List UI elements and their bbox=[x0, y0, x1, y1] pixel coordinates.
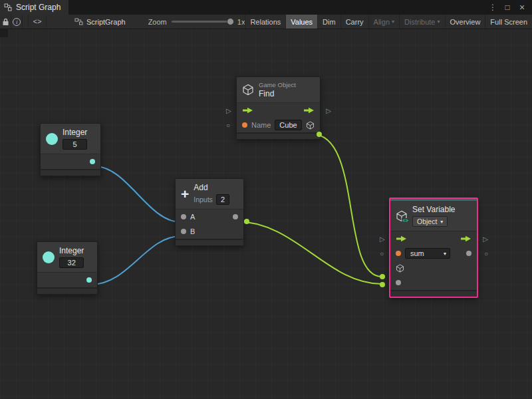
wire-endpoint-add-out[interactable] bbox=[244, 219, 249, 224]
overview-button[interactable]: Overview bbox=[445, 15, 485, 29]
find-name-input-port[interactable] bbox=[242, 122, 247, 128]
lock-button[interactable] bbox=[0, 15, 11, 29]
triangle-port-icon[interactable]: ▷ bbox=[380, 235, 385, 243]
zoom-slider[interactable] bbox=[172, 21, 233, 23]
add-input-a-label: A bbox=[190, 213, 195, 221]
flow-out-arrow-icon[interactable] bbox=[460, 235, 471, 242]
object-input-port-icon[interactable] bbox=[396, 264, 404, 273]
node-footer bbox=[237, 132, 320, 139]
flow-in-arrow-icon[interactable] bbox=[242, 107, 253, 114]
relations-button[interactable]: Relations bbox=[245, 15, 285, 29]
zoom-slider-handle[interactable] bbox=[227, 18, 234, 25]
integer-output-port[interactable] bbox=[90, 159, 95, 164]
add-input-a-port[interactable] bbox=[181, 214, 186, 219]
zoom-value: 1x bbox=[237, 18, 245, 26]
menu-dots-icon[interactable]: ⋮ bbox=[487, 1, 499, 13]
triangle-port-icon[interactable]: ▷ bbox=[326, 107, 331, 114]
gameobject-output-port-icon[interactable] bbox=[306, 121, 315, 130]
add-input-b-port[interactable] bbox=[181, 229, 186, 234]
fullscreen-label: Full Screen bbox=[490, 18, 527, 26]
triangle-port-icon[interactable]: ▷ bbox=[483, 235, 488, 243]
variable-name-dropdown[interactable]: sum ▾ bbox=[405, 248, 450, 259]
node-title: Integer bbox=[59, 246, 84, 255]
circle-port-icon[interactable]: ○ bbox=[226, 122, 230, 129]
info-button[interactable]: i bbox=[11, 15, 23, 29]
code-badge: <> bbox=[402, 218, 409, 223]
variable-output-port[interactable] bbox=[466, 251, 471, 256]
maximize-icon[interactable]: □ bbox=[501, 1, 513, 13]
flow-in-arrow-icon[interactable] bbox=[396, 235, 407, 242]
node-set-variable[interactable]: <> Set Variable Object ▾ ▷ bbox=[389, 198, 478, 298]
dim-label: Dim bbox=[323, 18, 336, 26]
tab-script-graph[interactable]: Script Graph bbox=[0, 0, 68, 15]
integer-value-field[interactable]: 5 bbox=[63, 139, 87, 150]
lock-icon bbox=[2, 18, 9, 26]
node-footer bbox=[176, 239, 243, 245]
values-button[interactable]: Values bbox=[285, 15, 317, 29]
chevron-down-icon: ▾ bbox=[444, 251, 446, 257]
carry-button[interactable]: Carry bbox=[340, 15, 368, 29]
values-label: Values bbox=[291, 18, 313, 26]
wire-endpoint-find-out[interactable] bbox=[317, 132, 322, 137]
node-integer-b-header: Integer 32 bbox=[37, 242, 97, 272]
chevron-down-icon: ▾ bbox=[440, 219, 443, 225]
wire-endpoint-setvariable-value[interactable] bbox=[380, 282, 385, 287]
plus-icon: + bbox=[181, 188, 189, 201]
breadcrumb-label: ScriptGraph bbox=[86, 18, 126, 26]
breadcrumb[interactable]: ScriptGraph bbox=[69, 15, 131, 29]
node-title: Set Variable bbox=[412, 205, 455, 214]
node-add[interactable]: + Add Inputs 2 A B bbox=[175, 178, 244, 246]
node-title: Find bbox=[259, 89, 296, 98]
close-icon[interactable]: × bbox=[516, 1, 528, 13]
node-integer-b[interactable]: Integer 32 bbox=[37, 241, 98, 295]
add-output-port[interactable] bbox=[233, 214, 238, 219]
scriptgraph-icon bbox=[74, 18, 83, 25]
find-name-field[interactable]: Cube bbox=[275, 120, 301, 130]
graph-canvas[interactable]: Integer 5 Integer 32 bbox=[0, 29, 532, 399]
relations-label: Relations bbox=[250, 18, 281, 26]
edit-source-button[interactable]: <> bbox=[28, 15, 47, 29]
variable-name-label: sum bbox=[410, 249, 424, 257]
info-icon: i bbox=[13, 18, 21, 26]
integer-type-icon bbox=[43, 251, 55, 263]
code-icon: <> bbox=[33, 18, 41, 26]
graph-window-icon bbox=[4, 3, 12, 11]
node-title: Add bbox=[194, 183, 229, 192]
overview-label: Overview bbox=[450, 18, 481, 26]
chevron-down-icon: ▾ bbox=[438, 19, 440, 25]
wire-find-to-setvariable[interactable] bbox=[313, 134, 382, 277]
window-controls: ⋮ □ × bbox=[487, 0, 532, 15]
align-button[interactable]: Align▾ bbox=[368, 15, 399, 29]
node-title: Integer bbox=[63, 128, 87, 137]
circle-port-icon[interactable]: ○ bbox=[484, 250, 488, 257]
value-input-port[interactable] bbox=[396, 280, 401, 285]
inputs-count-field[interactable]: 2 bbox=[216, 194, 229, 205]
flow-out-arrow-icon[interactable] bbox=[303, 107, 315, 114]
script-graph-window: Script Graph ⋮ □ × i <> ScriptGraph Zoom bbox=[0, 0, 532, 399]
wire-endpoint-setvariable-object[interactable] bbox=[380, 274, 385, 279]
variable-name-input-port[interactable] bbox=[396, 251, 401, 256]
toolbar-buttons: Relations Values Dim Carry Align▾ Distri… bbox=[245, 15, 532, 29]
dim-button[interactable]: Dim bbox=[317, 15, 340, 29]
chevron-down-icon: ▾ bbox=[392, 19, 394, 25]
wire-integer32-to-add-b[interactable] bbox=[91, 236, 181, 285]
integer-output-port[interactable] bbox=[86, 277, 92, 283]
title-bar: Script Graph ⋮ □ × bbox=[0, 0, 532, 15]
integer-value-field[interactable]: 32 bbox=[59, 257, 84, 268]
node-find-header: Game Object Find bbox=[237, 77, 320, 102]
fullscreen-button[interactable]: Full Screen bbox=[485, 15, 532, 29]
node-find[interactable]: Game Object Find ▷ ▷ ○ bbox=[236, 76, 321, 140]
game-object-cube-icon bbox=[242, 84, 254, 96]
circle-port-icon[interactable]: ○ bbox=[380, 250, 384, 257]
node-set-variable-header: <> Set Variable Object ▾ bbox=[390, 201, 477, 231]
distribute-button[interactable]: Distribute▾ bbox=[399, 15, 444, 29]
triangle-port-icon[interactable]: ▷ bbox=[226, 107, 231, 114]
wire-integer5-to-add-a[interactable] bbox=[94, 166, 181, 222]
zoom-label: Zoom bbox=[148, 18, 167, 26]
align-label: Align bbox=[374, 18, 390, 26]
add-input-b-label: B bbox=[190, 227, 195, 235]
node-integer-a[interactable]: Integer 5 bbox=[40, 123, 101, 176]
inputs-label: Inputs bbox=[194, 196, 213, 203]
variable-scope-dropdown[interactable]: Object ▾ bbox=[412, 216, 448, 227]
node-footer bbox=[41, 169, 100, 176]
